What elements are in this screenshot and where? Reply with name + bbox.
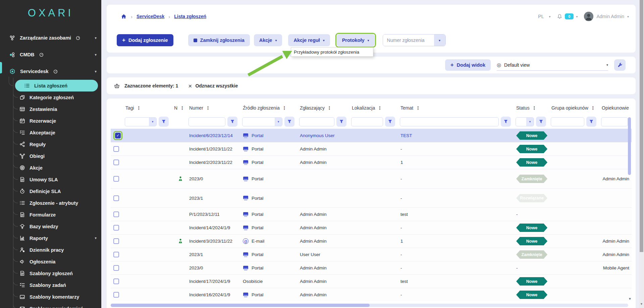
column-menu-icon[interactable]: ⋮ (206, 105, 210, 111)
sidebar-module-cmdb[interactable]: CMDB▾ (0, 46, 101, 63)
row-checkbox[interactable] (113, 238, 119, 244)
horizontal-scrollbar-thumb[interactable] (111, 304, 370, 307)
row-checkbox[interactable] (113, 211, 119, 217)
sidebar-item-lista-zgloszen[interactable]: Lista zgłoszeń (15, 80, 98, 91)
table-row[interactable]: Incident/2/2023/11/22PortalAdmin Admin1N… (111, 156, 632, 169)
sidebar-item-szablony-powiadomien[interactable]: Szablony powiadomień (19, 303, 99, 308)
close-icon[interactable]: × (188, 83, 192, 89)
sidebar-item-akcje[interactable]: Akcje (19, 162, 99, 174)
sidebar-item-reguly[interactable]: Reguły (19, 138, 99, 150)
sidebar-item-zgloszenie-atrybuty[interactable]: Zgłoszenie - atrybuty (19, 197, 99, 209)
page-scrollbar[interactable]: ▼ (639, 0, 644, 308)
home-icon[interactable] (121, 13, 127, 19)
breadcrumb-lista-zgloszen[interactable]: Lista zgłoszeń (174, 14, 206, 19)
row-checkbox[interactable] (113, 292, 119, 298)
sidebar-item-szablony-zgloszen[interactable]: Szablony zgłoszeń (19, 267, 99, 279)
filter-select-zrodlo[interactable]: ▾ (242, 117, 282, 126)
ticket-number-dropdown-button[interactable]: ▾ (434, 35, 445, 46)
sidebar-item-szablony-komentarzy[interactable]: Szablony komentarzy (19, 291, 99, 303)
filter-funnel-button[interactable] (227, 117, 237, 127)
protocols-button[interactable]: Protokoły ▾ (337, 34, 375, 46)
filter-input-temat[interactable] (400, 117, 499, 126)
chevron-down-icon[interactable]: ▾ (627, 15, 629, 18)
filter-funnel-button[interactable] (586, 117, 596, 127)
table-row[interactable]: 2023/1PortalUser User-ZamknięteAdmin Adm… (111, 248, 632, 261)
sidebar-item-szablony-zadan[interactable]: Szablony zadań (19, 279, 99, 291)
table-row[interactable]: Incident/17/2024/1/9OsobiścieAdmin Admin… (111, 274, 632, 288)
table-row[interactable]: 2023/1Portal-Rozwiązane (111, 188, 632, 207)
language-select[interactable]: PL (538, 14, 544, 19)
column-menu-icon[interactable]: ⋮ (591, 105, 595, 111)
filter-input-zglaszajacy[interactable] (299, 117, 334, 126)
avatar[interactable] (584, 12, 593, 21)
column-menu-icon[interactable]: ⋮ (377, 105, 382, 111)
filter-funnel-button[interactable] (159, 117, 169, 127)
filter-funnel-button[interactable] (536, 117, 546, 127)
table-row[interactable]: 2023/0Portal-ZamknięteAdmin Admin (111, 169, 632, 188)
sidebar-item-raporty[interactable]: Raporty▾ (19, 232, 99, 244)
table-row[interactable]: Incident/16/2024/1/9PortalAdmin Admin-No… (111, 288, 632, 301)
filter-funnel-button[interactable] (336, 117, 346, 127)
row-checkbox[interactable] (113, 146, 119, 152)
chevron-down-icon[interactable]: ▾ (549, 15, 550, 18)
sidebar-item-formularze[interactable]: Formularze (19, 209, 99, 221)
sidebar-item-obiegi[interactable]: Obiegi (19, 150, 99, 162)
page-scrollbar-thumb[interactable] (640, 0, 643, 252)
filter-funnel-button[interactable] (501, 117, 511, 127)
filter-funnel-button[interactable] (385, 117, 395, 127)
column-menu-icon[interactable]: ⋮ (180, 105, 184, 111)
table-row[interactable]: ✓Incident/6/2023/12/14PortalAnonymous Us… (111, 129, 632, 142)
table-row[interactable]: P/1/2023/12/11PortalAdmin Admintest- (111, 207, 632, 221)
configure-view-button[interactable] (614, 59, 626, 71)
scrollbar-down-arrow-icon[interactable]: ▼ (628, 297, 632, 301)
sidebar-item-ogloszenia[interactable]: Ogłoszenia (19, 256, 99, 267)
column-menu-icon[interactable]: ⋮ (282, 105, 287, 111)
row-checkbox[interactable] (113, 160, 119, 165)
view-select[interactable]: ◎ Default view ▾ (497, 59, 608, 71)
sidebar-item-kategorie-zgloszen[interactable]: Kategorie zgłoszeń (19, 91, 99, 103)
table-row[interactable]: Incident/3/2023/11/22@E-mailAdmin Admin1… (111, 234, 632, 248)
column-menu-icon[interactable]: ⋮ (416, 105, 420, 111)
sidebar-item-definicje-sla[interactable]: Definicje SLA (19, 185, 99, 197)
sidebar-module-zarzadzanie-zasobami[interactable]: Zarządzanie zasobami▾ (0, 29, 101, 46)
sidebar-item-dziennik-pracy[interactable]: Dziennik pracy (19, 244, 99, 256)
column-menu-icon[interactable]: ⋮ (327, 105, 332, 111)
actions-button[interactable]: Akcje ▾ (254, 34, 282, 46)
sidebar-module-servicedesk[interactable]: Servicedesk▾ (0, 63, 101, 80)
filter-select-tagi[interactable]: ▾ (125, 117, 157, 126)
filter-input-grupa[interactable] (551, 117, 584, 126)
row-checkbox[interactable] (113, 252, 119, 257)
filter-input-lokalizacja[interactable] (351, 117, 383, 126)
filter-input-opiekunowie[interactable] (601, 117, 628, 126)
row-checkbox[interactable] (113, 176, 119, 182)
sidebar-item-umowy-sla[interactable]: Umowy SLA (19, 174, 99, 185)
protocols-menu-item[interactable]: Przykładowy protokół zgłoszenia (291, 47, 373, 57)
breadcrumb-servicedesk[interactable]: ServiceDesk (137, 14, 164, 19)
table-row[interactable]: Incident/1/2023/11/22PortalAdmin Admin-N… (111, 142, 632, 156)
table-row[interactable]: Incident/14/2024/1/9PortalAdmin Admin-No… (111, 221, 632, 234)
user-name[interactable]: Admin Admin (596, 14, 624, 19)
row-checkbox[interactable] (113, 279, 119, 284)
close-tickets-button[interactable]: Zamknij zgłoszenia (188, 34, 250, 46)
ticket-number-input[interactable] (383, 35, 434, 46)
deselect-all-button[interactable]: Odznacz wszystkie (195, 83, 238, 88)
row-checkbox[interactable] (113, 265, 119, 271)
sidebar-item-rezerwacje[interactable]: Rezerwacje (19, 115, 99, 127)
sidebar-item-zestawienia[interactable]: Zestawienia (19, 103, 99, 115)
horizontal-scrollbar[interactable] (111, 304, 628, 307)
filter-select-status[interactable]: ▾ (516, 117, 534, 126)
row-checkbox[interactable] (113, 195, 119, 201)
row-checkbox[interactable] (113, 225, 119, 231)
column-menu-icon[interactable]: ⋮ (137, 105, 141, 111)
notifications[interactable]: 0 ▾ (557, 13, 578, 19)
rule-actions-button[interactable]: Akcje reguł ▾ (288, 34, 330, 46)
basket-icon[interactable] (114, 83, 120, 89)
table-vertical-scrollbar[interactable] (628, 117, 631, 275)
sidebar-item-bazy-wiedzy[interactable]: Bazy wiedzy (19, 221, 99, 232)
filter-funnel-button[interactable] (284, 117, 294, 127)
column-menu-icon[interactable]: ⋮ (532, 105, 537, 111)
add-view-button[interactable]: + Dodaj widok (445, 59, 491, 71)
table-vertical-scrollbar-thumb[interactable] (628, 117, 631, 175)
row-checkbox[interactable]: ✓ (115, 133, 121, 138)
filter-input-numer[interactable] (189, 117, 225, 126)
